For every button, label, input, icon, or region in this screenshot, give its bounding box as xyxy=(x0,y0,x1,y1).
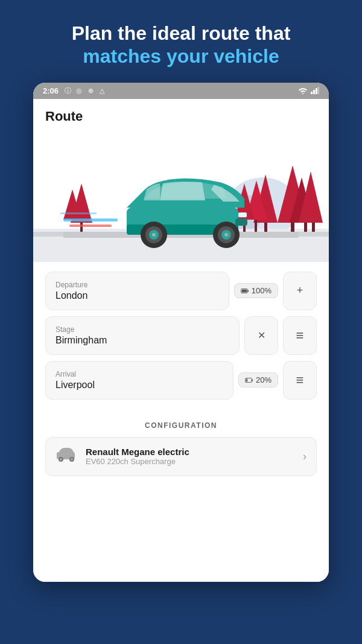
svg-rect-24 xyxy=(80,223,83,232)
arrival-menu-button[interactable]: ≡ xyxy=(283,361,317,400)
status-time: 2:06 xyxy=(43,86,59,95)
svg-rect-22 xyxy=(255,220,257,232)
svg-rect-42 xyxy=(247,290,249,292)
svg-rect-3 xyxy=(318,87,319,94)
vehicle-sub: EV60 220ch Supercharge xyxy=(86,457,294,466)
location-icon: ◎ xyxy=(75,86,83,95)
chevron-right-icon: › xyxy=(303,450,306,463)
hero-line1: Plan the ideal route that xyxy=(72,22,291,45)
stage-menu-button[interactable]: ≡ xyxy=(283,316,317,355)
svg-rect-27 xyxy=(60,212,97,214)
battery-full-icon xyxy=(241,287,249,295)
car-icon xyxy=(56,446,77,467)
arrival-menu-icon: ≡ xyxy=(296,372,304,388)
departure-battery-value: 100% xyxy=(252,286,272,295)
configuration-label: CONFIGURATION xyxy=(45,421,317,430)
arrival-label: Arrival xyxy=(56,370,223,378)
vehicle-name: Renault Megane electric xyxy=(86,447,294,457)
menu-icon: ≡ xyxy=(296,328,304,343)
route-illustration xyxy=(33,129,329,262)
stage-label: Stage xyxy=(56,325,229,334)
arrival-card[interactable]: Arrival Liverpool xyxy=(45,361,233,400)
info-icon: ⓘ xyxy=(63,86,72,95)
app-content: Route xyxy=(33,99,329,582)
remove-stage-button[interactable]: ✕ xyxy=(244,316,278,355)
hero-line2: matches your vehicle xyxy=(72,45,291,68)
svg-rect-38 xyxy=(235,218,247,226)
add-waypoint-button[interactable]: + xyxy=(283,272,317,310)
svg-rect-1 xyxy=(313,90,315,94)
vehicle-info: Renault Megane electric EV60 220ch Super… xyxy=(86,447,294,466)
svg-rect-19 xyxy=(304,223,307,232)
departure-card[interactable]: Departure London xyxy=(45,272,229,310)
app-header: Route xyxy=(33,99,329,129)
arrival-row: Arrival Liverpool 20% ≡ xyxy=(45,361,317,400)
svg-rect-20 xyxy=(312,223,315,232)
hero-section: Plan the ideal route that matches your v… xyxy=(48,0,315,83)
departure-row: Departure London 100% + xyxy=(45,272,317,310)
svg-rect-44 xyxy=(246,378,247,381)
scene-svg xyxy=(33,129,329,262)
stage-value: Birmingham xyxy=(56,335,229,346)
svg-rect-21 xyxy=(264,223,267,232)
svg-point-33 xyxy=(152,233,156,237)
arrival-battery-value: 20% xyxy=(256,375,272,384)
arrival-value: Liverpool xyxy=(56,380,223,391)
phone-frame: 2:06 ⓘ ◎ ⊕ △ Route xyxy=(33,83,329,582)
svg-rect-0 xyxy=(311,92,313,94)
stage-card[interactable]: Stage Birmingham xyxy=(45,316,240,355)
svg-point-37 xyxy=(224,233,228,237)
stage-row: Stage Birmingham ✕ ≡ xyxy=(45,316,317,355)
route-section: Departure London 100% + xyxy=(33,262,329,409)
svg-rect-26 xyxy=(69,225,112,227)
sync-icon: ⊕ xyxy=(86,86,95,95)
status-bar: 2:06 ⓘ ◎ ⊕ △ xyxy=(33,83,329,99)
svg-rect-2 xyxy=(316,88,317,94)
svg-rect-45 xyxy=(252,379,253,381)
signal-icon xyxy=(311,87,319,94)
configuration-section: CONFIGURATION Renault Megane electric EV… xyxy=(33,409,329,482)
svg-rect-25 xyxy=(63,218,118,222)
svg-point-48 xyxy=(60,458,62,461)
notification-icon: △ xyxy=(98,86,106,95)
arrival-battery-badge: 20% xyxy=(238,372,278,387)
status-icons: ⓘ ◎ ⊕ △ xyxy=(63,86,106,95)
close-icon: ✕ xyxy=(258,330,265,341)
departure-label: Departure xyxy=(56,281,219,289)
wifi-icon xyxy=(298,87,308,94)
svg-point-50 xyxy=(71,458,73,461)
departure-battery-badge: 100% xyxy=(234,283,278,298)
svg-rect-39 xyxy=(238,212,247,217)
svg-rect-18 xyxy=(291,223,294,232)
page-title: Route xyxy=(45,109,317,124)
battery-low-icon xyxy=(245,376,253,384)
status-left: 2:06 ⓘ ◎ ⊕ △ xyxy=(43,86,106,95)
status-right xyxy=(298,87,319,94)
departure-value: London xyxy=(56,290,219,301)
svg-rect-41 xyxy=(242,289,247,292)
vehicle-card[interactable]: Renault Megane electric EV60 220ch Super… xyxy=(45,437,317,476)
